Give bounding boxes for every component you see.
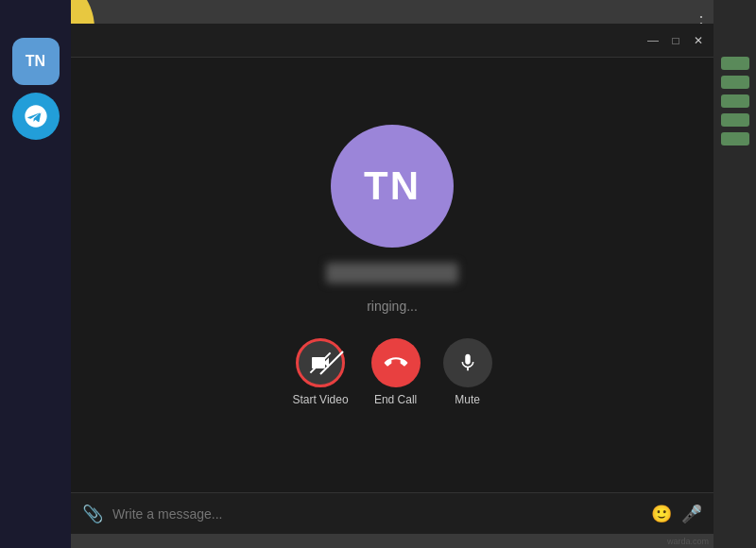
mute-icon xyxy=(443,338,492,387)
watermark: warda.com xyxy=(667,537,709,546)
maximize-button[interactable]: □ xyxy=(668,33,683,48)
end-call-button[interactable]: End Call xyxy=(371,338,421,406)
app-window: — □ ✕ TN ringing... xyxy=(71,24,713,534)
voice-icon[interactable]: 🎤 xyxy=(681,504,702,524)
call-area: TN ringing... xyxy=(71,58,713,492)
sidebar-app-icon-tg[interactable]: TN xyxy=(12,38,60,85)
close-button[interactable]: ✕ xyxy=(691,33,706,48)
right-strip-5 xyxy=(721,132,749,146)
start-video-button[interactable]: Start Video xyxy=(292,338,348,406)
end-call-icon xyxy=(371,338,421,387)
right-strip-3 xyxy=(721,94,749,108)
mute-label: Mute xyxy=(455,393,480,406)
mute-button[interactable]: Mute xyxy=(443,338,492,406)
emoji-icon[interactable]: 🙂 xyxy=(651,504,672,524)
left-sidebar: TN xyxy=(0,0,71,548)
call-status: ringing... xyxy=(367,299,418,314)
video-icon xyxy=(296,338,345,387)
title-bar: — □ ✕ xyxy=(71,24,713,58)
message-input[interactable] xyxy=(112,506,642,522)
right-strip-1 xyxy=(721,57,749,70)
start-video-label: Start Video xyxy=(292,393,348,406)
end-call-label: End Call xyxy=(374,393,417,406)
right-strip-2 xyxy=(721,76,749,89)
sidebar-app-icon-telegram[interactable] xyxy=(12,93,60,140)
right-panel xyxy=(713,0,756,548)
attach-icon[interactable]: 📎 xyxy=(82,504,103,524)
call-controls: Start Video End Call Mu xyxy=(292,338,491,406)
contact-avatar: TN xyxy=(331,125,454,248)
video-camera-crossed-icon xyxy=(309,351,332,374)
right-strip-4 xyxy=(721,113,749,127)
minimize-button[interactable]: — xyxy=(645,33,661,48)
message-bar: 📎 🙂 🎤 xyxy=(71,492,713,534)
contact-name-blurred xyxy=(326,263,458,283)
